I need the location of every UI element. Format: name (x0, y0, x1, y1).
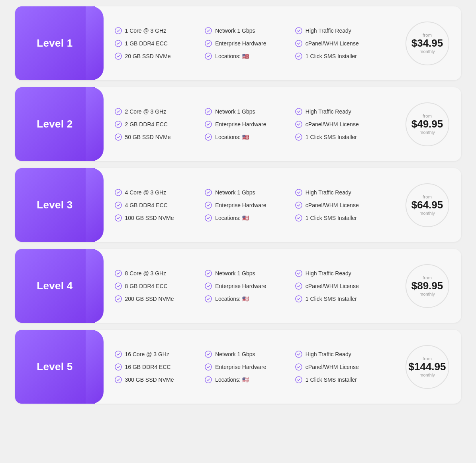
feature-item: Network 1 Gbps (205, 270, 295, 277)
check-icon (205, 27, 212, 34)
svg-point-22 (205, 202, 212, 208)
plan-label-level-1: Level 1 (15, 6, 95, 80)
feature-item: Enterprise Hardware (205, 363, 295, 371)
feature-text: High Traffic Ready (306, 108, 351, 115)
check-icon (205, 108, 212, 115)
feature-item: cPanel/WHM License (295, 121, 386, 128)
check-icon (205, 376, 212, 383)
feature-text: 100 GB SSD NVMe (125, 215, 174, 221)
svg-point-21 (205, 189, 212, 195)
check-icon (115, 283, 122, 290)
svg-point-41 (205, 376, 212, 383)
feature-text: Locations: 🇺🇸 (215, 53, 249, 59)
plan-price-area-level-1: from$34.95monthly (394, 6, 461, 80)
price-circle-level-1[interactable]: from$34.95monthly (405, 22, 449, 65)
feature-col-level-1-2: Network 1 Gbps Enterprise Hardware Locat… (205, 27, 295, 60)
feature-item: Locations: 🇺🇸 (205, 214, 295, 222)
feature-item: Network 1 Gbps (205, 27, 295, 34)
feature-item: 2 GB DDR4 ECC (115, 121, 205, 128)
feature-text: High Traffic Ready (306, 27, 351, 34)
price-circle-level-2[interactable]: from$49.95monthly (405, 102, 449, 146)
plan-card-level-1[interactable]: Level 1 1 Core @ 3 GHz 1 GB DDR4 ECC 20 … (15, 6, 461, 80)
feature-item: 20 GB SSD NVMe (115, 53, 205, 60)
plan-card-level-4[interactable]: Level 4 8 Core @ 3 GHz 8 GB DDR4 ECC 200… (15, 249, 461, 323)
feature-item: Enterprise Hardware (205, 283, 295, 290)
feature-text: 8 Core @ 3 GHz (125, 270, 167, 277)
check-icon (295, 376, 302, 383)
svg-point-26 (296, 214, 302, 221)
svg-point-16 (296, 121, 302, 127)
feature-text: 2 Core @ 3 GHz (125, 108, 167, 115)
plan-price-area-level-2: from$49.95monthly (394, 87, 461, 161)
check-icon (205, 295, 212, 302)
plan-price-area-level-5: from$144.95monthly (394, 330, 461, 404)
feature-item: High Traffic Ready (295, 27, 386, 34)
svg-point-7 (296, 40, 302, 46)
svg-point-28 (115, 283, 121, 289)
svg-point-8 (296, 53, 302, 59)
feature-text: Locations: 🇺🇸 (215, 134, 249, 140)
svg-point-39 (205, 351, 212, 357)
check-icon (295, 133, 302, 141)
feature-item: 4 Core @ 3 GHz (115, 189, 205, 196)
feature-text: cPanel/WHM License (306, 283, 359, 289)
feature-item: Network 1 Gbps (205, 108, 295, 115)
svg-point-38 (115, 376, 121, 383)
check-icon (115, 40, 122, 47)
feature-text: 1 Click SMS Installer (306, 134, 357, 140)
feature-item: 1 Click SMS Installer (295, 214, 386, 222)
check-icon (295, 53, 302, 60)
price-value: $49.95 (411, 118, 443, 130)
plan-card-level-5[interactable]: Level 5 16 Core @ 3 GHz 16 GB DDR4 ECC 3… (15, 330, 461, 404)
feature-col-level-5-2: Network 1 Gbps Enterprise Hardware Locat… (205, 351, 295, 383)
feature-text: 1 Click SMS Installer (306, 296, 357, 302)
feature-text: 1 Click SMS Installer (306, 53, 357, 59)
svg-point-30 (205, 270, 212, 276)
price-value: $89.95 (411, 280, 443, 292)
check-icon (115, 27, 122, 34)
svg-point-37 (115, 363, 121, 370)
feature-item: Enterprise Hardware (205, 121, 295, 128)
price-circle-level-3[interactable]: from$64.95monthly (405, 183, 449, 227)
feature-text: 2 GB DDR4 ECC (125, 121, 168, 128)
feature-item: High Traffic Ready (295, 270, 386, 277)
svg-point-14 (205, 133, 212, 140)
svg-point-10 (115, 121, 121, 127)
feature-text: 8 GB DDR4 ECC (125, 283, 168, 289)
feature-text: High Traffic Ready (306, 351, 351, 357)
feature-text: 1 Click SMS Installer (306, 215, 357, 221)
feature-col-level-2-1: 2 Core @ 3 GHz 2 GB DDR4 ECC 50 GB SSD N… (115, 108, 205, 141)
feature-text: Enterprise Hardware (215, 283, 266, 289)
svg-point-19 (115, 202, 121, 208)
feature-item: cPanel/WHM License (295, 363, 386, 371)
feature-item: Network 1 Gbps (205, 189, 295, 196)
plan-card-level-2[interactable]: Level 2 2 Core @ 3 GHz 2 GB DDR4 ECC 50 … (15, 87, 461, 161)
feature-col-level-3-1: 4 Core @ 3 GHz 4 GB DDR4 ECC 100 GB SSD … (115, 189, 205, 222)
feature-item: Locations: 🇺🇸 (205, 53, 295, 60)
check-icon (295, 214, 302, 222)
feature-text: Network 1 Gbps (215, 351, 255, 357)
plan-label-level-3: Level 3 (15, 168, 95, 242)
svg-point-32 (205, 295, 212, 302)
svg-point-20 (115, 214, 121, 221)
svg-point-2 (115, 53, 121, 59)
price-circle-level-4[interactable]: from$89.95monthly (405, 264, 449, 308)
feature-item: High Traffic Ready (295, 108, 386, 115)
feature-col-level-4-1: 8 Core @ 3 GHz 8 GB DDR4 ECC 200 GB SSD … (115, 270, 205, 302)
feature-text: cPanel/WHM License (306, 364, 359, 370)
feature-col-level-1-3: High Traffic Ready cPanel/WHM License 1 … (295, 27, 386, 60)
check-icon (295, 202, 302, 209)
plan-card-level-3[interactable]: Level 3 4 Core @ 3 GHz 4 GB DDR4 ECC 100… (15, 168, 461, 242)
feature-text: 20 GB SSD NVMe (125, 53, 171, 59)
price-circle-level-5[interactable]: from$144.95monthly (405, 345, 449, 389)
svg-point-6 (296, 27, 302, 33)
check-icon (205, 53, 212, 60)
feature-text: High Traffic Ready (306, 270, 351, 277)
feature-text: Enterprise Hardware (215, 121, 266, 128)
svg-point-31 (205, 283, 212, 289)
check-icon (295, 295, 302, 302)
feature-item: 4 GB DDR4 ECC (115, 202, 205, 209)
check-icon (205, 40, 212, 47)
plan-features-level-1: 1 Core @ 3 GHz 1 GB DDR4 ECC 20 GB SSD N… (95, 6, 394, 80)
plans-container: Level 1 1 Core @ 3 GHz 1 GB DDR4 ECC 20 … (15, 6, 461, 404)
